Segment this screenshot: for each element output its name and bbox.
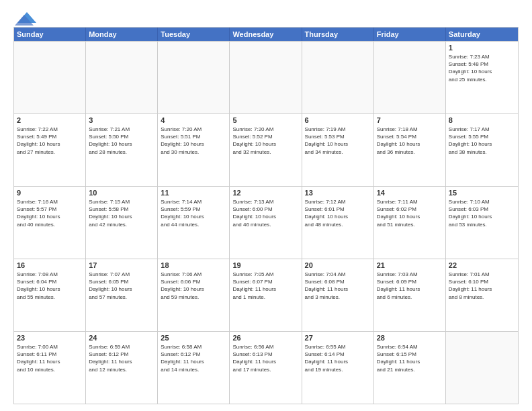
- day-cell-7: 7Sunrise: 7:18 AM Sunset: 5:54 PM Daylig…: [374, 114, 446, 186]
- empty-cell-0-0: [14, 42, 86, 113]
- header-day-wednesday: Wednesday: [230, 28, 302, 41]
- day-cell-5: 5Sunrise: 7:20 AM Sunset: 5:52 PM Daylig…: [230, 114, 302, 186]
- cell-info: Sunrise: 7:01 AM Sunset: 6:10 PM Dayligh…: [449, 271, 515, 301]
- cell-info: Sunrise: 7:10 AM Sunset: 6:03 PM Dayligh…: [449, 198, 515, 228]
- day-number: 26: [232, 334, 298, 342]
- day-number: 23: [17, 334, 83, 342]
- day-cell-15: 15Sunrise: 7:10 AM Sunset: 6:03 PM Dayli…: [446, 187, 518, 259]
- day-number: 12: [232, 189, 298, 197]
- day-cell-11: 11Sunrise: 7:14 AM Sunset: 5:59 PM Dayli…: [158, 187, 230, 259]
- logo-icon: [15, 11, 39, 26]
- day-cell-9: 9Sunrise: 7:16 AM Sunset: 5:57 PM Daylig…: [14, 187, 86, 259]
- day-cell-1: 1Sunrise: 7:23 AM Sunset: 5:48 PM Daylig…: [446, 42, 518, 113]
- cell-info: Sunrise: 7:15 AM Sunset: 5:58 PM Dayligh…: [89, 198, 154, 228]
- cell-info: Sunrise: 7:13 AM Sunset: 6:00 PM Dayligh…: [232, 198, 298, 228]
- day-number: 8: [449, 116, 515, 124]
- day-cell-3: 3Sunrise: 7:21 AM Sunset: 5:50 PM Daylig…: [86, 114, 158, 186]
- day-cell-6: 6Sunrise: 7:19 AM Sunset: 5:53 PM Daylig…: [302, 114, 374, 186]
- day-cell-22: 22Sunrise: 7:01 AM Sunset: 6:10 PM Dayli…: [446, 259, 518, 331]
- day-cell-23: 23Sunrise: 7:00 AM Sunset: 6:11 PM Dayli…: [14, 332, 86, 404]
- cell-info: Sunrise: 7:06 AM Sunset: 6:06 PM Dayligh…: [161, 271, 226, 301]
- day-number: 22: [449, 261, 515, 269]
- day-number: 2: [17, 116, 83, 124]
- cell-info: Sunrise: 7:14 AM Sunset: 5:59 PM Dayligh…: [161, 198, 226, 228]
- calendar-header: SundayMondayTuesdayWednesdayThursdayFrid…: [14, 28, 518, 41]
- day-number: 20: [305, 261, 371, 269]
- day-number: 10: [89, 189, 154, 197]
- header-day-sunday: Sunday: [14, 28, 86, 41]
- day-cell-16: 16Sunrise: 7:08 AM Sunset: 6:04 PM Dayli…: [14, 259, 86, 331]
- day-number: 7: [377, 116, 443, 124]
- cell-info: Sunrise: 7:11 AM Sunset: 6:02 PM Dayligh…: [377, 198, 443, 228]
- day-number: 27: [305, 334, 371, 342]
- day-number: 21: [377, 261, 443, 269]
- header: [13, 11, 519, 21]
- day-cell-4: 4Sunrise: 7:20 AM Sunset: 5:51 PM Daylig…: [158, 114, 230, 186]
- day-cell-20: 20Sunrise: 7:04 AM Sunset: 6:08 PM Dayli…: [302, 259, 374, 331]
- day-number: 3: [89, 116, 154, 124]
- day-number: 25: [161, 334, 226, 342]
- day-number: 1: [449, 44, 515, 52]
- cell-info: Sunrise: 7:18 AM Sunset: 5:54 PM Dayligh…: [377, 126, 443, 156]
- empty-cell-0-2: [158, 42, 230, 113]
- day-number: 9: [17, 189, 83, 197]
- day-cell-12: 12Sunrise: 7:13 AM Sunset: 6:00 PM Dayli…: [230, 187, 302, 259]
- day-number: 5: [232, 116, 298, 124]
- day-cell-18: 18Sunrise: 7:06 AM Sunset: 6:06 PM Dayli…: [158, 259, 230, 331]
- calendar-row-3: 16Sunrise: 7:08 AM Sunset: 6:04 PM Dayli…: [14, 259, 518, 331]
- page: SundayMondayTuesdayWednesdayThursdayFrid…: [0, 0, 532, 411]
- calendar-body: 1Sunrise: 7:23 AM Sunset: 5:48 PM Daylig…: [14, 41, 518, 404]
- cell-info: Sunrise: 7:21 AM Sunset: 5:50 PM Dayligh…: [89, 126, 154, 156]
- day-number: 18: [161, 261, 226, 269]
- day-cell-26: 26Sunrise: 6:56 AM Sunset: 6:13 PM Dayli…: [230, 332, 302, 404]
- day-cell-27: 27Sunrise: 6:55 AM Sunset: 6:14 PM Dayli…: [302, 332, 374, 404]
- cell-info: Sunrise: 7:04 AM Sunset: 6:08 PM Dayligh…: [305, 271, 371, 301]
- day-cell-13: 13Sunrise: 7:12 AM Sunset: 6:01 PM Dayli…: [302, 187, 374, 259]
- empty-cell-0-4: [302, 42, 374, 113]
- header-day-tuesday: Tuesday: [158, 28, 230, 41]
- day-cell-2: 2Sunrise: 7:22 AM Sunset: 5:49 PM Daylig…: [14, 114, 86, 186]
- day-number: 28: [377, 334, 443, 342]
- calendar-row-4: 23Sunrise: 7:00 AM Sunset: 6:11 PM Dayli…: [14, 331, 518, 404]
- calendar-row-0: 1Sunrise: 7:23 AM Sunset: 5:48 PM Daylig…: [14, 41, 518, 113]
- cell-info: Sunrise: 7:19 AM Sunset: 5:53 PM Dayligh…: [305, 126, 371, 156]
- day-cell-24: 24Sunrise: 6:59 AM Sunset: 6:12 PM Dayli…: [86, 332, 158, 404]
- day-cell-21: 21Sunrise: 7:03 AM Sunset: 6:09 PM Dayli…: [374, 259, 446, 331]
- empty-cell-0-5: [374, 42, 446, 113]
- day-number: 14: [377, 189, 443, 197]
- calendar-row-1: 2Sunrise: 7:22 AM Sunset: 5:49 PM Daylig…: [14, 113, 518, 186]
- cell-info: Sunrise: 6:54 AM Sunset: 6:15 PM Dayligh…: [377, 343, 443, 373]
- cell-info: Sunrise: 7:03 AM Sunset: 6:09 PM Dayligh…: [377, 271, 443, 301]
- cell-info: Sunrise: 6:55 AM Sunset: 6:14 PM Dayligh…: [305, 343, 371, 373]
- day-cell-14: 14Sunrise: 7:11 AM Sunset: 6:02 PM Dayli…: [374, 187, 446, 259]
- header-day-monday: Monday: [86, 28, 158, 41]
- cell-info: Sunrise: 7:22 AM Sunset: 5:49 PM Dayligh…: [17, 126, 83, 156]
- day-cell-10: 10Sunrise: 7:15 AM Sunset: 5:58 PM Dayli…: [86, 187, 158, 259]
- cell-info: Sunrise: 7:20 AM Sunset: 5:51 PM Dayligh…: [161, 126, 226, 156]
- day-number: 24: [89, 334, 154, 342]
- cell-info: Sunrise: 7:23 AM Sunset: 5:48 PM Dayligh…: [449, 53, 515, 83]
- cell-info: Sunrise: 7:16 AM Sunset: 5:57 PM Dayligh…: [17, 198, 83, 228]
- empty-cell-0-3: [230, 42, 302, 113]
- empty-cell-4-6: [446, 332, 518, 404]
- day-number: 15: [449, 189, 515, 197]
- cell-info: Sunrise: 7:20 AM Sunset: 5:52 PM Dayligh…: [232, 126, 298, 156]
- day-number: 4: [161, 116, 226, 124]
- header-day-friday: Friday: [374, 28, 446, 41]
- day-number: 11: [161, 189, 226, 197]
- cell-info: Sunrise: 6:56 AM Sunset: 6:13 PM Dayligh…: [232, 343, 298, 373]
- cell-info: Sunrise: 7:17 AM Sunset: 5:55 PM Dayligh…: [449, 126, 515, 156]
- cell-info: Sunrise: 7:12 AM Sunset: 6:01 PM Dayligh…: [305, 198, 371, 228]
- cell-info: Sunrise: 7:05 AM Sunset: 6:07 PM Dayligh…: [232, 271, 298, 301]
- header-day-saturday: Saturday: [446, 28, 518, 41]
- day-cell-19: 19Sunrise: 7:05 AM Sunset: 6:07 PM Dayli…: [230, 259, 302, 331]
- cell-info: Sunrise: 7:07 AM Sunset: 6:05 PM Dayligh…: [89, 271, 154, 301]
- logo: [13, 11, 39, 21]
- calendar: SundayMondayTuesdayWednesdayThursdayFrid…: [13, 27, 519, 404]
- day-number: 13: [305, 189, 371, 197]
- cell-info: Sunrise: 6:58 AM Sunset: 6:12 PM Dayligh…: [161, 343, 226, 373]
- day-number: 19: [232, 261, 298, 269]
- day-number: 16: [17, 261, 83, 269]
- cell-info: Sunrise: 6:59 AM Sunset: 6:12 PM Dayligh…: [89, 343, 154, 373]
- header-day-thursday: Thursday: [302, 28, 374, 41]
